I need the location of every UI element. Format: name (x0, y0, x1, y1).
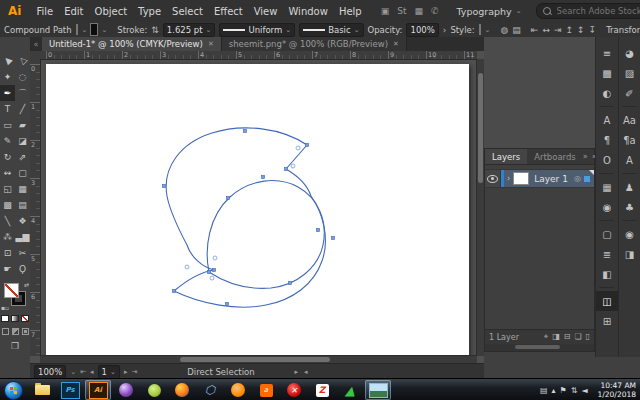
new-sublayer-icon[interactable]: ⊟ (564, 332, 571, 342)
gradient-panel-icon[interactable]: ▩ (596, 63, 618, 83)
recolor-artwork-icon[interactable]: ◍ (500, 25, 508, 35)
perspective-grid-tool[interactable]: ▦ (15, 181, 30, 197)
curvature-tool[interactable]: ⌒ (15, 85, 30, 101)
menu-item[interactable]: Help (334, 3, 367, 20)
collapse-panel-icon[interactable]: » (583, 152, 588, 161)
illustrator-taskbar-icon[interactable]: Ai (85, 380, 111, 400)
screen-mode-button[interactable]: ❐ (0, 341, 30, 351)
rotate-tool[interactable]: ↻ (0, 149, 15, 165)
workspace-switcher[interactable]: Typography ⌄ (457, 6, 522, 17)
tab-sheemit-png[interactable]: sheemit.png* @ 100% (RGB/Preview) ✕ (222, 37, 407, 51)
color-button[interactable] (1, 315, 9, 322)
next-artboard-button[interactable]: ▸ (124, 368, 128, 376)
layer-row[interactable]: › Layer 1 ◎ (485, 169, 594, 188)
transform-label[interactable]: Transform (606, 25, 640, 35)
free-transform-tool[interactable]: ▢ (15, 165, 30, 181)
draw-inside-button[interactable] (22, 328, 29, 335)
visibility-toggle[interactable] (485, 170, 501, 187)
bridge-icon[interactable]: ▣ (381, 6, 390, 16)
brush-definition[interactable]: Basic ⌄ (299, 23, 363, 37)
column-graph-tool[interactable]: ▃▆ (15, 229, 30, 245)
symbol-libraries-panel-icon[interactable]: ♣ (619, 197, 640, 217)
history-back-icon[interactable]: ◂ (304, 368, 308, 376)
menu-item[interactable]: View (249, 3, 283, 20)
none-button[interactable] (21, 315, 29, 322)
zapya-taskbar-icon[interactable]: Z (309, 380, 335, 400)
menu-item[interactable]: Select (167, 3, 208, 20)
close-icon[interactable]: ✕ (208, 40, 214, 48)
browser-sphere-taskbar-icon[interactable] (113, 380, 139, 400)
scroll-thumb[interactable] (515, 345, 560, 349)
clipping-mask-icon[interactable]: ◨ (552, 332, 560, 342)
scroll-thumb[interactable] (180, 357, 330, 362)
explorer-taskbar-icon[interactable] (29, 380, 55, 400)
paintbrush-tool[interactable]: ▰ (15, 117, 30, 133)
chevron-down-icon[interactable]: ⌄ (485, 26, 491, 34)
separator[interactable] (619, 170, 640, 177)
firefox-taskbar-icon[interactable] (169, 380, 195, 400)
shape-builder-tool[interactable]: ◱ (0, 181, 15, 197)
layer-name[interactable]: Layer 1 (534, 174, 574, 184)
document-setup-icon[interactable]: ▤ (512, 25, 521, 35)
horizontal-ruler[interactable]: 01234567891011 (40, 51, 477, 60)
character-styles-panel-icon[interactable]: ¶a (619, 130, 640, 150)
show-hidden-icons[interactable]: ▴ (551, 386, 555, 395)
green-app-taskbar-icon[interactable]: ▲ (337, 380, 363, 400)
pen-tool[interactable]: ✒ (0, 85, 15, 101)
brushes-panel-icon[interactable]: ◉ (596, 197, 618, 217)
hand-tool[interactable]: ☛ (0, 261, 15, 277)
start-button[interactable] (4, 381, 23, 400)
layers-panel-icon[interactable]: ◫ (596, 291, 618, 311)
history-forward-icon[interactable]: ▸ (295, 368, 299, 376)
blend-tool[interactable]: ❖ (15, 213, 30, 229)
first-artboard-button[interactable]: ⇤ (80, 368, 86, 376)
tab-overflow-chevron[interactable]: « (30, 37, 42, 51)
menu-item[interactable]: File (31, 3, 58, 20)
chevron-down-icon[interactable]: ⌄ (101, 26, 107, 34)
tab-untitled-1[interactable]: Untitled-1* @ 100% (CMYK/Preview) ✕ (42, 37, 222, 51)
artboards-panel-icon[interactable]: ⊞ (596, 311, 618, 331)
appearance-panel-icon[interactable]: A (619, 150, 640, 170)
align-middle-icon[interactable]: ↕ (577, 25, 585, 35)
target-circle-icon[interactable]: ◎ (574, 174, 581, 183)
glyphs-panel-icon[interactable]: Aa (619, 110, 640, 130)
separator[interactable] (596, 170, 618, 177)
paragraph-panel-icon[interactable]: ¶ (596, 130, 618, 150)
stroke-swatch[interactable] (91, 24, 97, 35)
volume-tray-icon[interactable]: ◄ (581, 386, 587, 395)
artboard-number-field[interactable]: 1 ⌄ (98, 365, 120, 379)
network-tray-icon[interactable]: ⇅ (571, 386, 578, 395)
photo-viewer-taskbar-icon[interactable] (365, 380, 391, 400)
eraser-tool[interactable]: ◪ (15, 133, 30, 149)
align-right-icon[interactable]: ⇥ (554, 25, 562, 35)
fill-swatch[interactable] (76, 24, 78, 35)
menu-item[interactable]: Window (283, 3, 332, 20)
photoshop-taskbar-icon[interactable]: Ps (57, 380, 83, 400)
align-top-icon[interactable]: ↥ (566, 25, 574, 35)
eyedropper-tool[interactable]: ╲ (0, 213, 15, 229)
xampp-taskbar-icon[interactable] (225, 380, 251, 400)
tab-artboards[interactable]: Artboards (527, 149, 583, 164)
adobe-stock-icon[interactable]: St (397, 6, 406, 16)
artboard-tool[interactable]: ⊡ (0, 245, 15, 261)
character-panel-icon[interactable]: A (596, 110, 618, 130)
action-center-icon[interactable]: ⚑ (560, 386, 567, 395)
rectangle-tool[interactable]: ▭ (0, 117, 15, 133)
asset-export-panel-icon[interactable]: ◉ (619, 224, 640, 244)
swatches-panel-icon[interactable]: ▦ (596, 177, 618, 197)
aptana-taskbar-icon[interactable]: a (253, 380, 279, 400)
align-panel-icon[interactable]: ≣ (596, 244, 618, 264)
quit-app-taskbar-icon[interactable]: ✕ (281, 380, 307, 400)
symbol-sprayer-tool[interactable]: ⁂ (0, 229, 15, 245)
opacity-panel-arrow[interactable]: › (443, 25, 447, 35)
menu-item[interactable]: Effect (209, 3, 248, 20)
color-panel-icon[interactable]: ◕ (619, 43, 640, 63)
draw-normal-button[interactable] (2, 328, 9, 335)
tab-layers[interactable]: Layers (485, 149, 527, 164)
stroke-weight-field[interactable]: 1.625 pt ⌄ (163, 23, 216, 37)
line-segment-tool[interactable]: ╱ (15, 101, 30, 117)
pencil-tool[interactable]: ✎ (0, 133, 15, 149)
chevron-down-icon[interactable]: ⌄ (82, 26, 88, 34)
compound-path-artwork[interactable] (46, 64, 469, 356)
gradient-button[interactable] (11, 315, 19, 322)
